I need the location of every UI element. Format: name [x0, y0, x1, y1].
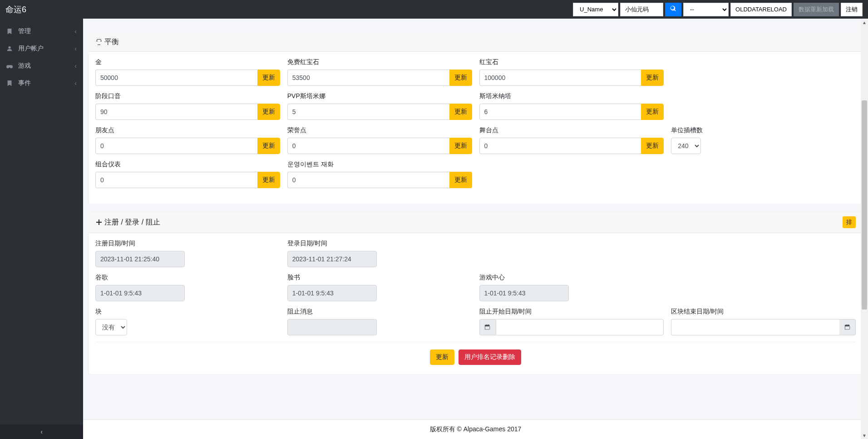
friend-point-update-button[interactable]: 更新 [257, 138, 280, 154]
stamina-update-button[interactable]: 更新 [641, 104, 664, 120]
honor-point-input[interactable] [287, 138, 449, 154]
facebook-input [287, 285, 377, 301]
search-input[interactable] [620, 3, 663, 16]
user-icon [6, 45, 15, 52]
chevron-left-icon: ‹ [74, 45, 77, 52]
combo-meter-update-button[interactable]: 更新 [257, 172, 280, 188]
block-start-label: 阻止开始日期/时间 [479, 308, 664, 316]
block-end-label: 区块结束日期/时间 [671, 308, 856, 316]
plus-icon [95, 219, 103, 226]
olddata-reload-button[interactable]: OLDDATARELOAD [730, 3, 792, 16]
block-msg-input[interactable] [287, 319, 377, 335]
login-date-input [287, 251, 377, 267]
gold-label: 金 [95, 58, 280, 66]
ruby-update-button[interactable]: 更新 [641, 70, 664, 86]
balance-card: 平衡 金 更新 免费红宝石 更新 [89, 32, 863, 204]
sidebar-item-manage[interactable]: 管理 ‹ [0, 23, 83, 40]
rank-badge[interactable]: 排 [843, 216, 856, 228]
search-button[interactable] [665, 3, 681, 16]
honor-point-label: 荣誉点 [287, 126, 472, 135]
scroll-down-icon[interactable]: ▼ [861, 432, 868, 439]
honor-point-update-button[interactable]: 更新 [449, 138, 472, 154]
register-card: 注册 / 登录 / 阻止 排 注册日期/时间 登录日期/时间 [89, 211, 863, 374]
stamina-input[interactable] [479, 104, 641, 120]
stage-accent-label: 阶段口音 [95, 92, 280, 100]
login-date-label: 登录日期/时间 [287, 239, 472, 248]
footer: 版权所有 © Alpaca-Games 2017 [83, 419, 868, 439]
delete-rank-record-button[interactable]: 用户排名记录删除 [459, 349, 521, 365]
sidebar-label: 管理 [18, 27, 31, 35]
sidebar: 管理 ‹ 用户帐户 ‹ 游戏 ‹ 事件 ‹ [0, 0, 83, 439]
block-end-input[interactable] [671, 319, 839, 335]
gold-update-button[interactable]: 更新 [257, 70, 280, 86]
free-ruby-label: 免费红宝石 [287, 58, 472, 66]
stage-accent-update-button[interactable]: 更新 [257, 104, 280, 120]
slot-count-select[interactable]: 240 [671, 138, 701, 154]
ruby-label: 红宝石 [479, 58, 664, 66]
chevron-left-icon: ‹ [74, 80, 77, 87]
friend-point-label: 朋友点 [95, 126, 280, 135]
register-title: 注册 / 登录 / 阻止 [104, 218, 160, 227]
calendar-icon[interactable] [479, 319, 496, 335]
google-label: 谷歌 [95, 274, 280, 282]
stamina-label: 斯塔米纳塔 [479, 92, 664, 100]
sidebar-item-user-account[interactable]: 用户帐户 ‹ [0, 40, 83, 57]
data-reload-button-disabled: 数据重新加载 [794, 3, 839, 16]
chevron-left-icon: ‹ [74, 28, 77, 35]
filter-select[interactable]: U_Name [573, 3, 618, 16]
calendar-icon[interactable] [839, 319, 856, 335]
free-ruby-update-button[interactable]: 更新 [449, 70, 472, 86]
ops-event-input[interactable] [287, 172, 449, 188]
chevron-left-icon: ‹ [74, 62, 77, 70]
ops-event-update-button[interactable]: 更新 [449, 172, 472, 188]
sidebar-collapse-button[interactable]: ‹ [0, 424, 83, 439]
gold-input[interactable] [95, 70, 257, 86]
balance-card-header: 平衡 [89, 33, 862, 52]
gamecenter-input [479, 285, 569, 301]
brand-title: 命运6 [5, 4, 26, 15]
sidebar-label: 游戏 [18, 62, 31, 70]
pvp-stamina-input[interactable] [287, 104, 449, 120]
reg-date-label: 注册日期/时间 [95, 239, 280, 248]
friend-point-input[interactable] [95, 138, 257, 154]
main-content: 平衡 金 更新 免费红宝石 更新 [83, 0, 868, 439]
ruby-input[interactable] [479, 70, 641, 86]
combo-meter-label: 组合仪表 [95, 160, 280, 169]
stage-point-label: 舞台点 [479, 126, 664, 135]
pvp-stamina-label: PVP斯塔米娜 [287, 92, 472, 100]
gamecenter-label: 游戏中心 [479, 274, 664, 282]
stage-point-input[interactable] [479, 138, 641, 154]
sidebar-item-game[interactable]: 游戏 ‹ [0, 57, 83, 75]
reg-date-input [95, 251, 185, 267]
search-icon [670, 5, 676, 13]
chevron-left-icon: ‹ [40, 428, 43, 435]
pvp-stamina-update-button[interactable]: 更新 [449, 104, 472, 120]
combo-meter-input[interactable] [95, 172, 257, 188]
block-msg-label: 阻止消息 [287, 308, 472, 316]
slot-count-label: 单位插槽数 [671, 126, 856, 135]
logout-button[interactable]: 注销 [841, 3, 863, 16]
block-select[interactable]: 没有 [95, 319, 127, 335]
block-start-input[interactable] [496, 319, 664, 335]
stage-point-update-button[interactable]: 更新 [641, 138, 664, 154]
scale-icon [95, 39, 103, 46]
scrollbar-thumb[interactable] [862, 100, 867, 309]
gamepad-icon [6, 63, 15, 69]
register-update-button[interactable]: 更新 [430, 349, 454, 365]
free-ruby-input[interactable] [287, 70, 449, 86]
register-card-header: 注册 / 登录 / 阻止 排 [89, 212, 862, 233]
scrollbar[interactable]: ▲ ▼ [861, 19, 868, 439]
secondary-select[interactable]: -- [683, 3, 729, 16]
block-label: 块 [95, 308, 280, 316]
bookmark-icon [6, 80, 15, 86]
stage-accent-input[interactable] [95, 104, 257, 120]
topbar: 命运6 U_Name -- OLDDATARELOAD 数据重新加载 注销 [0, 0, 868, 19]
bookmark-icon [6, 28, 15, 35]
ops-event-label: 운영이벤트 재화 [287, 160, 472, 169]
sidebar-item-event[interactable]: 事件 ‹ [0, 75, 83, 92]
sidebar-label: 用户帐户 [18, 45, 44, 53]
facebook-label: 脸书 [287, 274, 472, 282]
balance-title: 平衡 [104, 37, 119, 47]
google-input [95, 285, 185, 301]
scroll-up-icon[interactable]: ▲ [861, 19, 868, 26]
